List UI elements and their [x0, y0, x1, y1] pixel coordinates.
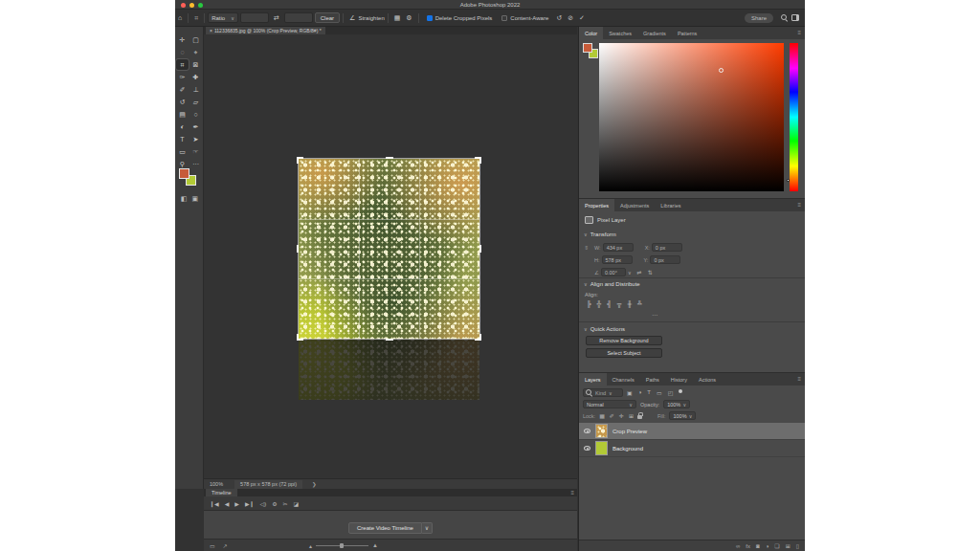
lock-transparency-icon[interactable]: ▦ [599, 412, 605, 419]
audio-icon[interactable]: ◁) [260, 500, 267, 507]
rectangle-tool[interactable]: ▭ [176, 146, 189, 157]
crop-handle-top-right[interactable] [475, 157, 481, 164]
color-panel-tab[interactable]: Patterns [672, 27, 702, 39]
pen-tool[interactable]: ✒ [189, 121, 202, 132]
search-icon[interactable] [781, 14, 788, 21]
tab-close-icon[interactable]: × [210, 28, 212, 33]
crop-handle-bottom-left[interactable] [297, 334, 303, 341]
layer-name[interactable]: Crop Preview [612, 429, 647, 434]
cancel-crop-icon[interactable]: ⊘ [565, 14, 576, 22]
layer-effects-icon[interactable]: fx [746, 543, 750, 549]
slider-thumb[interactable] [340, 543, 344, 548]
filter-adjustment-layers-icon[interactable]: ◑ [638, 389, 642, 396]
link-dimensions-icon[interactable]: ∞ [584, 246, 590, 250]
timeline-type-dropdown[interactable]: ∨ [422, 522, 433, 534]
lock-artboard-icon[interactable]: ⊞ [629, 412, 634, 419]
image-layer[interactable] [299, 159, 479, 400]
opacity-select[interactable]: 100% ∨ [663, 400, 690, 408]
foreground-color-swatch[interactable] [179, 168, 189, 179]
visibility-eye-icon[interactable] [584, 446, 590, 451]
panel-menu-icon[interactable]: ≡ [797, 30, 801, 35]
crop-handle-left[interactable] [297, 245, 299, 253]
marquee-tool[interactable]: ▢ [189, 34, 202, 45]
flip-vertical-icon[interactable]: ⇅ [648, 269, 653, 276]
straighten-icon[interactable]: ∠ [346, 14, 358, 22]
canvas[interactable] [204, 34, 577, 478]
fill-select[interactable]: 100% ∨ [669, 411, 696, 420]
gradient-tool[interactable]: ▤ [176, 109, 189, 120]
transform-section-header[interactable]: ∨ Transform [584, 231, 616, 237]
commit-crop-icon[interactable]: ✓ [576, 14, 588, 22]
crop-bounding-box[interactable] [299, 159, 479, 339]
blur-tool[interactable]: ○ [189, 109, 202, 120]
properties-panel-tab[interactable]: Libraries [655, 199, 686, 211]
lasso-tool[interactable]: ◌ [176, 47, 189, 57]
layers-panel-tab[interactable]: Channels [607, 373, 640, 386]
transition-icon[interactable]: ◪ [294, 500, 300, 507]
checkbox[interactable]: Content-Aware [501, 15, 548, 21]
healing-brush-tool[interactable]: ✚ [189, 72, 202, 82]
saturation-brightness-field[interactable] [599, 43, 784, 191]
reset-crop-icon[interactable]: ↺ [553, 14, 565, 22]
link-layers-icon[interactable]: ∞ [736, 543, 740, 549]
layer-row-background[interactable]: Background [579, 440, 805, 457]
align-more-options[interactable]: ⋯ [652, 311, 657, 318]
lock-position-icon[interactable]: ✛ [619, 412, 624, 419]
clone-stamp-tool[interactable]: ⊥ [189, 84, 202, 95]
play-icon[interactable]: ▶ [234, 500, 239, 507]
eyedropper-tool[interactable]: ✑ [176, 72, 189, 82]
chevron-down-icon[interactable]: ∨ [628, 270, 632, 276]
layer-row-crop-preview[interactable]: Crop Preview [579, 423, 805, 440]
hue-slider-marker[interactable] [787, 179, 790, 182]
align-left-edges[interactable]: ╠ [587, 300, 591, 307]
color-panel-tab[interactable]: Swatches [603, 27, 637, 39]
object-selection-tool[interactable]: ⌖ [189, 47, 202, 57]
y-field[interactable]: 0 px [650, 255, 680, 264]
layer-thumbnail[interactable] [595, 441, 608, 455]
flip-horizontal-icon[interactable]: ⇄ [637, 269, 642, 276]
layers-panel-tab[interactable]: Paths [640, 373, 665, 386]
straighten-label[interactable]: Straighten [358, 15, 384, 21]
hand-tool[interactable]: ☞ [189, 146, 202, 157]
quick-actions-section-header[interactable]: ∨ Quick Actions [584, 326, 625, 332]
rotation-field[interactable]: 0.00° [601, 268, 626, 276]
align-vertical-centers[interactable]: ╫ [627, 300, 632, 307]
blend-mode-select[interactable]: Normal ∨ [583, 400, 636, 408]
foreground-color-swatch[interactable] [583, 43, 592, 53]
next-frame-icon[interactable]: ▶❙ [245, 500, 255, 507]
timeline-menu-icon[interactable]: ≡ [570, 490, 574, 496]
status-chevron-icon[interactable]: ❯ [312, 481, 317, 487]
color-panel-tab[interactable]: Color [579, 27, 603, 39]
layer-thumbnail[interactable] [595, 424, 608, 438]
crop-settings-gear-icon[interactable]: ⚙ [403, 14, 414, 22]
dodge-tool[interactable]: ◐ [176, 121, 189, 132]
align-horizontal-centers[interactable]: ╬ [597, 300, 602, 307]
zoom-out-icon[interactable]: ▴ [309, 542, 312, 549]
shortcut-icon[interactable]: ↗ [223, 542, 228, 549]
align-top-edges[interactable]: ╦ [617, 300, 622, 307]
workspace-switcher-icon[interactable] [791, 14, 799, 21]
crop-handle-top-left[interactable] [297, 157, 303, 164]
new-group-icon[interactable]: ❏ [774, 542, 779, 549]
brush-tool[interactable]: ✐ [176, 84, 189, 95]
crop-height-input[interactable] [284, 12, 313, 23]
settings-icon[interactable]: ⚙ [272, 500, 277, 507]
properties-panel-tab[interactable]: Properties [579, 199, 614, 211]
path-selection-tool[interactable]: ➤ [189, 134, 202, 144]
layer-mask-icon[interactable]: ◙ [756, 543, 760, 549]
new-layer-icon[interactable]: ⊞ [786, 542, 791, 549]
timeline-zoom-slider[interactable]: ▴ ▲ [309, 542, 378, 549]
adjustment-layer-icon[interactable]: ◑ [766, 543, 769, 549]
filter-type-layers-icon[interactable]: T [647, 389, 651, 396]
filter-smart-objects-icon[interactable]: ◰ [668, 389, 674, 396]
crop-tool-icon[interactable]: ⌗ [191, 14, 201, 22]
layer-filter-select[interactable]: Kind ∨ [583, 388, 623, 397]
lock-all-icon[interactable] [637, 415, 642, 419]
filter-toggle-icon[interactable] [679, 389, 682, 393]
align-section-header[interactable]: ∨ Align and Distribute [584, 281, 640, 287]
panel-menu-icon[interactable]: ≡ [797, 202, 801, 208]
document-tab[interactable]: × 112336835.jpg @ 100% (Crop Preview, RG… [206, 27, 325, 34]
zoom-in-icon[interactable]: ▲ [372, 542, 378, 548]
eraser-tool[interactable]: ▱ [189, 97, 202, 107]
share-button[interactable]: Share [745, 13, 773, 23]
